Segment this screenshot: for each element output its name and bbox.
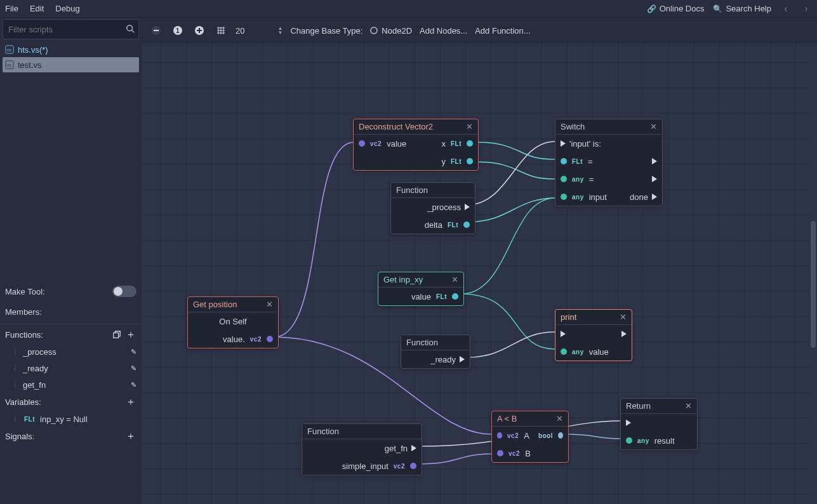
node-deconstruct-vector2[interactable]: Deconstruct Vector2✕ vc2 value x FLt y F… <box>353 119 479 171</box>
port-flow-out[interactable] <box>411 445 416 451</box>
port-in-any[interactable] <box>561 194 567 200</box>
port-in-vc2[interactable] <box>497 432 502 439</box>
close-icon[interactable]: ✕ <box>650 122 657 131</box>
members-label: Members: <box>5 307 136 317</box>
close-icon[interactable]: ✕ <box>266 300 273 309</box>
port-flow-out[interactable] <box>652 158 657 164</box>
zoom-in-button[interactable] <box>192 23 206 37</box>
nav-back-button[interactable]: ‹ <box>780 3 792 15</box>
port-out-flt[interactable] <box>467 140 473 147</box>
zoom-out-button[interactable] <box>149 23 163 37</box>
base-type-selector[interactable]: Node2D <box>370 26 412 36</box>
port-label: value. <box>223 335 245 344</box>
add-function-button[interactable]: ＋ <box>125 329 136 340</box>
make-tool-toggle[interactable] <box>112 286 136 297</box>
script-item-hts[interactable]: vs hts.vs(*) <box>3 42 139 57</box>
close-icon[interactable]: ✕ <box>620 312 627 322</box>
close-icon[interactable]: ✕ <box>451 275 458 284</box>
port-in-vc2[interactable] <box>497 450 503 456</box>
variable-row-inpxy[interactable]: ⸽ FLt inp_xy = Null <box>5 411 136 427</box>
script-filter-input[interactable] <box>7 24 126 35</box>
function-row-getfn[interactable]: ⸽ get_fn ✎ <box>5 376 136 393</box>
port-flow-out[interactable] <box>460 356 465 362</box>
node-get-inp-xy[interactable]: Get inp_xy✕ valueFLt <box>378 272 464 306</box>
script-label: hts.vs(*) <box>18 45 48 55</box>
add-nodes-button[interactable]: Add Nodes... <box>420 26 467 36</box>
canvas-grid <box>142 43 809 504</box>
port-label: value <box>411 292 431 302</box>
function-row-process[interactable]: ⸽ _process ✎ <box>5 343 136 360</box>
port-out-flt[interactable] <box>467 158 473 164</box>
port-out-vc2[interactable] <box>267 336 273 342</box>
port-flow-in[interactable] <box>561 140 566 147</box>
port-out-flt[interactable] <box>463 222 470 228</box>
scrollbar-thumb[interactable] <box>811 221 816 348</box>
port-flow-out[interactable] <box>465 204 470 210</box>
override-function-button[interactable] <box>111 329 123 340</box>
type-tag-flt: FLt <box>449 140 463 147</box>
node-function-process[interactable]: Function _process deltaFLt <box>390 182 475 234</box>
node-title: Switch <box>561 122 585 131</box>
graph-canvas[interactable]: Deconstruct Vector2✕ vc2 value x FLt y F… <box>142 43 809 504</box>
port-in-vc2[interactable] <box>359 140 365 147</box>
node-return[interactable]: Return✕ anyresult <box>620 398 698 450</box>
script-item-test[interactable]: vs test.vs <box>3 57 139 72</box>
menu-edit[interactable]: Edit <box>30 4 44 13</box>
type-tag-flt: FLt <box>23 416 36 423</box>
port-out-flt[interactable] <box>452 293 458 300</box>
node-switch[interactable]: Switch✕ 'input' is: FLt = any = <box>555 119 663 206</box>
port-in-any[interactable] <box>561 348 567 355</box>
node-get-position[interactable]: Get position✕ On Self value.vc2 <box>187 296 279 348</box>
add-function-button-top[interactable]: Add Function... <box>475 26 530 36</box>
add-variable-button[interactable]: ＋ <box>125 396 136 408</box>
close-icon[interactable]: ✕ <box>685 401 692 411</box>
svg-text:1: 1 <box>176 27 180 34</box>
port-label: value <box>589 347 609 357</box>
port-in-flt[interactable] <box>561 158 567 164</box>
port-in-any[interactable] <box>561 176 567 182</box>
close-icon[interactable]: ✕ <box>556 414 563 423</box>
node-function-getfn[interactable]: Function get_fn simple_inputvc2 <box>302 423 422 475</box>
port-flow-in[interactable] <box>626 420 631 426</box>
type-tag-flt: FLt <box>435 293 448 300</box>
port-label: value <box>387 139 406 149</box>
stepper-icon[interactable]: ▲▼ <box>277 26 282 35</box>
port-flow-out[interactable] <box>652 194 657 200</box>
node-a-less-b[interactable]: A < B✕ vc2 A bool vc2 B <box>491 411 569 463</box>
port-flow-out[interactable] <box>652 176 657 182</box>
port-out-vc2[interactable] <box>410 463 416 469</box>
tree-icon: ⸽ <box>13 347 19 357</box>
nav-forward-button[interactable]: › <box>800 3 812 15</box>
port-flow-in[interactable] <box>561 331 566 337</box>
close-icon[interactable]: ✕ <box>466 122 473 131</box>
add-signal-button[interactable]: ＋ <box>125 430 136 442</box>
port-flow-out[interactable] <box>621 331 627 337</box>
port-label: _ready <box>430 355 456 364</box>
vertical-scrollbar[interactable] <box>809 43 817 504</box>
node-title: Function <box>396 185 428 195</box>
zoom-reset-button[interactable]: 1 <box>171 23 185 37</box>
node-function-ready[interactable]: Function _ready <box>401 335 470 369</box>
script-filter[interactable] <box>3 19 139 39</box>
port-label: get_fn <box>385 444 408 453</box>
port-label: _process <box>427 202 461 212</box>
snap-button[interactable] <box>214 23 228 37</box>
edit-icon[interactable]: ✎ <box>131 381 136 389</box>
port-in-any[interactable] <box>626 437 632 444</box>
menu-debug[interactable]: Debug <box>55 4 79 13</box>
search-doc-icon <box>713 4 722 13</box>
snap-value[interactable]: 20 ▲▼ <box>236 26 282 36</box>
menu-file[interactable]: File <box>5 4 18 13</box>
menubar: File Edit Debug Online Docs Search Help … <box>0 0 817 18</box>
graph-toolbar: 1 20 ▲▼ Change Base Type: Node2D A <box>142 18 817 43</box>
edit-icon[interactable]: ✎ <box>131 364 136 373</box>
online-docs-label: Online Docs <box>660 4 705 13</box>
make-tool-label: Make Tool: <box>5 287 112 296</box>
function-name: get_fn <box>23 380 46 390</box>
search-help-link[interactable]: Search Help <box>713 4 771 13</box>
online-docs-link[interactable]: Online Docs <box>647 4 705 13</box>
edit-icon[interactable]: ✎ <box>131 348 136 356</box>
node-print[interactable]: print✕ anyvalue <box>555 309 632 361</box>
port-out-bool[interactable] <box>558 432 563 439</box>
function-row-ready[interactable]: ⸽ _ready ✎ <box>5 360 136 376</box>
